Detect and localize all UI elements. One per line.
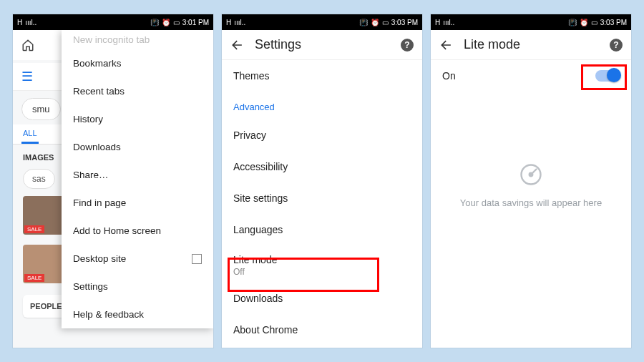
- network-indicator: H: [226, 19, 231, 26]
- clock: 3:03 PM: [391, 19, 418, 26]
- page-title: Lite mode: [464, 37, 600, 52]
- menu-settings[interactable]: Settings: [62, 273, 213, 300]
- back-button[interactable]: [439, 38, 454, 52]
- menu-share[interactable]: Share…: [62, 161, 213, 189]
- status-bar: H ıııl.. 📳 ⏰ ▭ 3:01 PM: [13, 14, 213, 30]
- help-icon[interactable]: ?: [401, 39, 414, 52]
- settings-about[interactable]: About Chrome: [222, 314, 422, 346]
- settings-advanced-header: Advanced: [222, 92, 422, 119]
- vibrate-icon: 📳: [150, 19, 159, 26]
- alarm-icon: ⏰: [371, 19, 379, 26]
- signal-indicator: ıııl..: [25, 19, 36, 26]
- settings-accessibility[interactable]: Accessibility: [222, 151, 422, 182]
- lite-mode-toggle-row: On: [431, 60, 631, 92]
- hamburger-icon[interactable]: ☰: [21, 69, 33, 84]
- menu-find-in-page[interactable]: Find in page: [62, 189, 213, 217]
- tab-all[interactable]: ALL: [21, 124, 39, 144]
- home-icon[interactable]: [21, 39, 34, 52]
- settings-downloads[interactable]: Downloads: [222, 283, 422, 314]
- phone-screen-2: H ıııl.. 📳 ⏰ ▭ 3:03 PM Settings ? Themes…: [222, 14, 422, 348]
- menu-incognito[interactable]: New incognito tab: [62, 30, 213, 49]
- network-indicator: H: [17, 19, 22, 26]
- back-button[interactable]: [230, 38, 245, 52]
- vibrate-icon: 📳: [359, 19, 368, 26]
- vibrate-icon: 📳: [568, 19, 577, 26]
- network-indicator: H: [435, 19, 440, 26]
- alarm-icon: ⏰: [162, 19, 170, 26]
- menu-history[interactable]: History: [62, 105, 213, 133]
- phone-screen-3: H ıııl.. 📳 ⏰ ▭ 3:03 PM Lite mode ? On Yo…: [431, 14, 631, 348]
- search-chip[interactable]: smu: [21, 98, 61, 120]
- overflow-menu: New incognito tab Bookmarks Recent tabs …: [62, 30, 213, 328]
- help-icon[interactable]: ?: [610, 39, 623, 52]
- page-title: Settings: [255, 37, 391, 52]
- status-bar: H ıııl.. 📳 ⏰ ▭ 3:03 PM: [431, 14, 631, 30]
- lite-mode-topbar: Lite mode ?: [431, 30, 631, 60]
- settings-themes[interactable]: Themes: [222, 60, 422, 92]
- related-chip[interactable]: sas: [23, 169, 55, 189]
- battery-icon: ▭: [173, 19, 180, 26]
- lite-mode-toggle[interactable]: [595, 70, 620, 82]
- menu-bookmarks[interactable]: Bookmarks: [62, 49, 213, 77]
- svg-point-1: [530, 172, 533, 176]
- menu-downloads[interactable]: Downloads: [62, 133, 213, 161]
- desktop-checkbox[interactable]: [192, 254, 202, 264]
- lite-mode-empty-state: Your data savings will appear here: [431, 92, 631, 278]
- menu-desktop-site[interactable]: Desktop site: [62, 245, 213, 273]
- lite-mode-state: On: [442, 70, 456, 82]
- settings-list: Themes Advanced Privacy Accessibility Si…: [222, 60, 422, 348]
- battery-icon: ▭: [382, 19, 389, 26]
- arrow-left-icon: [439, 38, 454, 52]
- clock: 3:01 PM: [182, 19, 209, 26]
- lite-mode-message: Your data savings will appear here: [460, 197, 602, 208]
- settings-languages[interactable]: Languages: [222, 214, 422, 245]
- phone-screen-1: H ıııl.. 📳 ⏰ ▭ 3:01 PM ☰ smu ALL IMAGES …: [13, 14, 213, 348]
- alarm-icon: ⏰: [580, 19, 588, 26]
- menu-help-feedback[interactable]: Help & feedback: [62, 300, 213, 328]
- arrow-left-icon: [230, 38, 245, 52]
- lite-mode-subtext: Off: [233, 267, 411, 277]
- menu-recent-tabs[interactable]: Recent tabs: [62, 77, 213, 105]
- settings-privacy[interactable]: Privacy: [222, 119, 422, 151]
- settings-topbar: Settings ?: [222, 30, 422, 60]
- gauge-icon: [518, 162, 544, 187]
- menu-add-home[interactable]: Add to Home screen: [62, 217, 213, 245]
- signal-indicator: ıııl..: [234, 19, 245, 26]
- settings-site[interactable]: Site settings: [222, 182, 422, 214]
- clock: 3:03 PM: [600, 19, 627, 26]
- status-bar: H ıııl.. 📳 ⏰ ▭ 3:03 PM: [222, 14, 422, 30]
- battery-icon: ▭: [591, 19, 597, 26]
- signal-indicator: ıııl..: [443, 19, 454, 26]
- settings-lite-mode[interactable]: Lite mode Off: [222, 245, 422, 283]
